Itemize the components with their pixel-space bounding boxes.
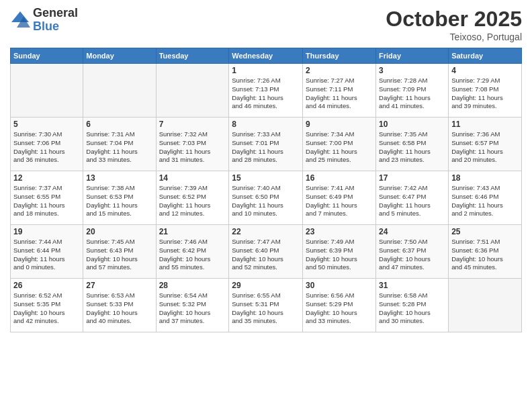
table-row: 4Sunrise: 7:29 AM Sunset: 7:08 PM Daylig… <box>449 64 522 118</box>
day-info: Sunrise: 7:39 AM Sunset: 6:52 PM Dayligh… <box>159 184 226 218</box>
day-number: 4 <box>451 66 519 75</box>
table-row: 25Sunrise: 7:51 AM Sunset: 6:36 PM Dayli… <box>449 225 522 279</box>
table-row: 15Sunrise: 7:40 AM Sunset: 6:50 PM Dayli… <box>229 171 303 225</box>
table-row: 19Sunrise: 7:44 AM Sunset: 6:44 PM Dayli… <box>11 225 83 279</box>
day-number: 14 <box>159 173 226 183</box>
month-title: October 2025 <box>386 7 522 32</box>
table-row: 24Sunrise: 7:50 AM Sunset: 6:37 PM Dayli… <box>376 225 449 279</box>
day-number: 23 <box>306 227 373 236</box>
day-info: Sunrise: 6:53 AM Sunset: 5:33 PM Dayligh… <box>86 291 152 326</box>
day-number: 10 <box>379 120 445 129</box>
day-number: 15 <box>232 173 300 183</box>
logo-text: General Blue <box>33 7 78 34</box>
table-row: 2Sunrise: 7:27 AM Sunset: 7:11 PM Daylig… <box>303 64 376 118</box>
table-row: 12Sunrise: 7:37 AM Sunset: 6:55 PM Dayli… <box>11 171 83 225</box>
day-info: Sunrise: 7:36 AM Sunset: 6:57 PM Dayligh… <box>451 130 519 165</box>
day-info: Sunrise: 6:56 AM Sunset: 5:29 PM Dayligh… <box>306 291 373 326</box>
day-info: Sunrise: 7:38 AM Sunset: 6:53 PM Dayligh… <box>86 184 152 218</box>
day-info: Sunrise: 7:40 AM Sunset: 6:50 PM Dayligh… <box>232 184 300 218</box>
header-friday: Friday <box>376 48 449 64</box>
logo-blue: Blue <box>33 20 78 34</box>
day-number: 19 <box>13 227 80 236</box>
header-monday: Monday <box>83 48 156 64</box>
day-info: Sunrise: 7:37 AM Sunset: 6:55 PM Dayligh… <box>13 184 80 218</box>
day-info: Sunrise: 7:47 AM Sunset: 6:40 PM Dayligh… <box>232 238 300 272</box>
calendar-week-row: 26Sunrise: 6:52 AM Sunset: 5:35 PM Dayli… <box>11 279 522 332</box>
day-number: 24 <box>379 227 445 236</box>
table-row: 28Sunrise: 6:54 AM Sunset: 5:32 PM Dayli… <box>156 279 229 332</box>
table-row: 31Sunrise: 6:58 AM Sunset: 5:28 PM Dayli… <box>376 279 449 332</box>
table-row <box>449 279 522 332</box>
day-info: Sunrise: 7:49 AM Sunset: 6:39 PM Dayligh… <box>306 238 373 272</box>
day-info: Sunrise: 7:31 AM Sunset: 7:04 PM Dayligh… <box>86 130 152 165</box>
day-number: 18 <box>451 173 519 183</box>
header-thursday: Thursday <box>303 48 376 64</box>
day-number: 29 <box>232 281 300 290</box>
logo: General Blue <box>10 7 78 34</box>
day-number: 20 <box>86 227 152 236</box>
calendar-week-row: 19Sunrise: 7:44 AM Sunset: 6:44 PM Dayli… <box>11 225 522 279</box>
day-number: 28 <box>159 281 226 290</box>
day-number: 3 <box>379 66 445 75</box>
day-info: Sunrise: 7:51 AM Sunset: 6:36 PM Dayligh… <box>451 238 519 272</box>
header-saturday: Saturday <box>449 48 522 64</box>
day-number: 27 <box>86 281 152 290</box>
header: General Blue October 2025 Teixoso, Portu… <box>10 7 522 42</box>
day-info: Sunrise: 7:43 AM Sunset: 6:46 PM Dayligh… <box>451 184 519 218</box>
day-number: 11 <box>451 120 519 129</box>
table-row: 14Sunrise: 7:39 AM Sunset: 6:52 PM Dayli… <box>156 171 229 225</box>
table-row: 10Sunrise: 7:35 AM Sunset: 6:58 PM Dayli… <box>376 118 449 171</box>
table-row: 23Sunrise: 7:49 AM Sunset: 6:39 PM Dayli… <box>303 225 376 279</box>
table-row: 7Sunrise: 7:32 AM Sunset: 7:03 PM Daylig… <box>156 118 229 171</box>
day-number: 6 <box>86 120 152 129</box>
day-info: Sunrise: 7:26 AM Sunset: 7:13 PM Dayligh… <box>232 77 300 111</box>
table-row <box>83 64 156 118</box>
day-number: 13 <box>86 173 152 183</box>
day-number: 16 <box>306 173 373 183</box>
table-row: 18Sunrise: 7:43 AM Sunset: 6:46 PM Dayli… <box>449 171 522 225</box>
day-number: 5 <box>13 120 80 129</box>
day-info: Sunrise: 6:58 AM Sunset: 5:28 PM Dayligh… <box>379 291 445 326</box>
day-info: Sunrise: 7:42 AM Sunset: 6:47 PM Dayligh… <box>379 184 445 218</box>
logo-icon <box>10 10 30 30</box>
day-info: Sunrise: 7:45 AM Sunset: 6:43 PM Dayligh… <box>86 238 152 272</box>
header-wednesday: Wednesday <box>229 48 303 64</box>
table-row: 20Sunrise: 7:45 AM Sunset: 6:43 PM Dayli… <box>83 225 156 279</box>
calendar-week-row: 12Sunrise: 7:37 AM Sunset: 6:55 PM Dayli… <box>11 171 522 225</box>
day-number: 8 <box>232 120 300 129</box>
day-number: 21 <box>159 227 226 236</box>
day-number: 7 <box>159 120 226 129</box>
table-row: 9Sunrise: 7:34 AM Sunset: 7:00 PM Daylig… <box>303 118 376 171</box>
header-row: Sunday Monday Tuesday Wednesday Thursday… <box>11 48 522 64</box>
table-row: 21Sunrise: 7:46 AM Sunset: 6:42 PM Dayli… <box>156 225 229 279</box>
day-info: Sunrise: 6:54 AM Sunset: 5:32 PM Dayligh… <box>159 291 226 326</box>
table-row: 27Sunrise: 6:53 AM Sunset: 5:33 PM Dayli… <box>83 279 156 332</box>
logo-general: General <box>33 7 78 20</box>
day-number: 30 <box>306 281 373 290</box>
day-info: Sunrise: 7:29 AM Sunset: 7:08 PM Dayligh… <box>451 77 519 111</box>
day-info: Sunrise: 7:28 AM Sunset: 7:09 PM Dayligh… <box>379 77 445 111</box>
title-block: October 2025 Teixoso, Portugal <box>386 7 522 42</box>
header-sunday: Sunday <box>11 48 83 64</box>
table-row: 6Sunrise: 7:31 AM Sunset: 7:04 PM Daylig… <box>83 118 156 171</box>
calendar-header: Sunday Monday Tuesday Wednesday Thursday… <box>11 48 522 64</box>
svg-marker-0 <box>11 11 29 22</box>
day-info: Sunrise: 7:34 AM Sunset: 7:00 PM Dayligh… <box>306 130 373 165</box>
day-info: Sunrise: 7:44 AM Sunset: 6:44 PM Dayligh… <box>13 238 80 272</box>
table-row: 16Sunrise: 7:41 AM Sunset: 6:49 PM Dayli… <box>303 171 376 225</box>
calendar-table: Sunday Monday Tuesday Wednesday Thursday… <box>10 48 522 332</box>
table-row: 26Sunrise: 6:52 AM Sunset: 5:35 PM Dayli… <box>11 279 83 332</box>
calendar-week-row: 1Sunrise: 7:26 AM Sunset: 7:13 PM Daylig… <box>11 64 522 118</box>
day-number: 2 <box>306 66 373 75</box>
day-number: 12 <box>13 173 80 183</box>
day-info: Sunrise: 7:46 AM Sunset: 6:42 PM Dayligh… <box>159 238 226 272</box>
calendar-body: 1Sunrise: 7:26 AM Sunset: 7:13 PM Daylig… <box>11 64 522 332</box>
day-info: Sunrise: 7:30 AM Sunset: 7:06 PM Dayligh… <box>13 130 80 165</box>
table-row: 29Sunrise: 6:55 AM Sunset: 5:31 PM Dayli… <box>229 279 303 332</box>
day-info: Sunrise: 7:41 AM Sunset: 6:49 PM Dayligh… <box>306 184 373 218</box>
day-info: Sunrise: 7:33 AM Sunset: 7:01 PM Dayligh… <box>232 130 300 165</box>
day-info: Sunrise: 7:35 AM Sunset: 6:58 PM Dayligh… <box>379 130 445 165</box>
day-info: Sunrise: 7:50 AM Sunset: 6:37 PM Dayligh… <box>379 238 445 272</box>
calendar-week-row: 5Sunrise: 7:30 AM Sunset: 7:06 PM Daylig… <box>11 118 522 171</box>
header-tuesday: Tuesday <box>156 48 229 64</box>
